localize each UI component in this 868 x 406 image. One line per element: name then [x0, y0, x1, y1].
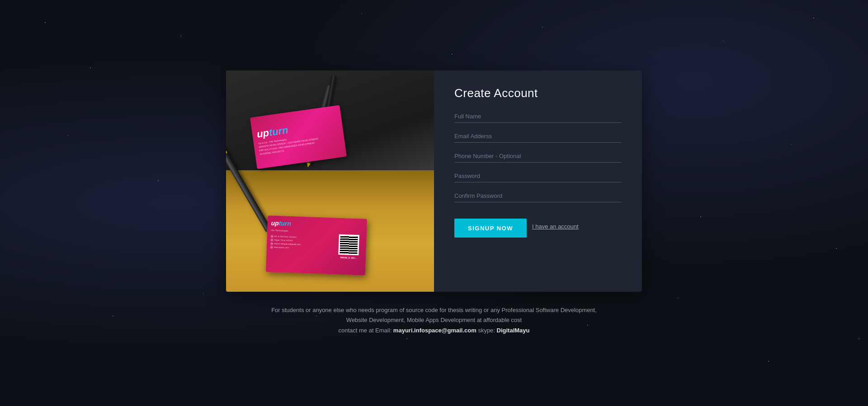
footer-line3-prefix: contact me at Email:: [338, 327, 393, 334]
footer-email: mayuri.infospace@gmail.com: [393, 327, 476, 334]
biz-card-bottom-right: NIKHIL D. BH...: [330, 218, 367, 276]
page-footer: For students or anyone else who needs pr…: [271, 305, 597, 335]
confirm-password-group: [454, 190, 622, 202]
biz-card-sub: Info Technologies: [271, 229, 328, 233]
card: upturn Up to Us... Info Technologies WEB…: [226, 70, 642, 292]
upturn-logo-bottom: upturn: [271, 219, 328, 229]
main-container: upturn Up to Us... Info Technologies WEB…: [226, 70, 642, 335]
phone-group: [454, 150, 622, 163]
fullname-input[interactable]: [454, 110, 622, 123]
footer-line2: Website Development, Mobile Apps Develop…: [346, 317, 522, 323]
email-group: [454, 130, 622, 143]
card-image: upturn Up to Us... Info Technologies WEB…: [226, 70, 434, 292]
qr-code: [338, 234, 359, 256]
form-title: Create Account: [454, 86, 622, 100]
password-input[interactable]: [454, 170, 622, 182]
card-form: Create Account SIGNUP NOW I have an acco…: [434, 70, 642, 292]
footer-line1: For students or anyone else who needs pr…: [271, 307, 597, 313]
business-card-bottom: upturn Info Technologies No. & 2nd Floor…: [266, 216, 367, 276]
footer-skype: DigitalMayu: [497, 327, 530, 334]
phone-input[interactable]: [454, 150, 622, 163]
footer-skype-prefix: skype:: [476, 327, 497, 334]
have-account-link[interactable]: I have an account: [532, 223, 579, 230]
confirm-password-input[interactable]: [454, 190, 622, 202]
biz-person-name: NIKHIL D. BH...: [340, 256, 357, 259]
signup-button[interactable]: SIGNUP NOW: [454, 219, 527, 238]
email-input[interactable]: [454, 130, 622, 143]
password-group: [454, 170, 622, 182]
fullname-group: [454, 110, 622, 123]
biz-card-bottom-left: upturn Info Technologies No. & 2nd Floor…: [266, 216, 332, 275]
biz-card-contact: No. & 2nd Floor Junction Nagar, Pune 411…: [270, 235, 328, 252]
form-footer: SIGNUP NOW I have an account: [454, 215, 622, 238]
